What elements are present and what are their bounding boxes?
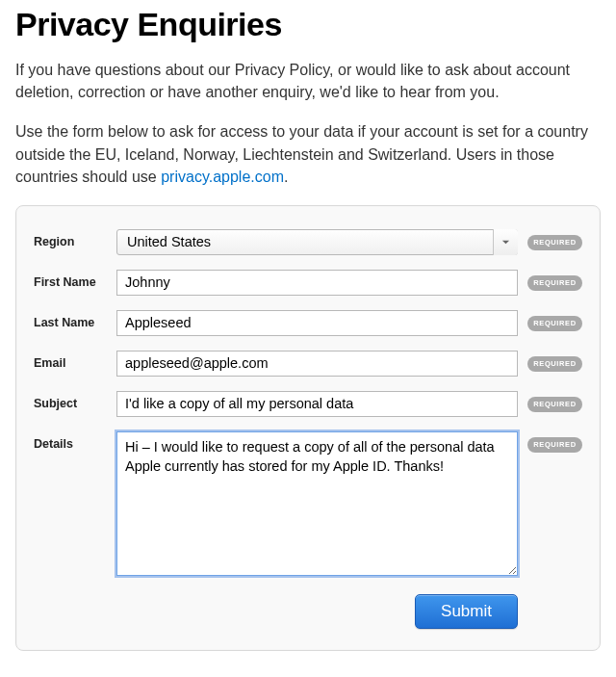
email-input[interactable] xyxy=(116,351,518,377)
page-title: Privacy Enquiries xyxy=(15,6,601,43)
first-name-label: First Name xyxy=(34,270,116,289)
last-name-label: Last Name xyxy=(34,310,116,329)
intro2-pre: Use the form below to ask for access to … xyxy=(15,123,588,184)
subject-label: Subject xyxy=(34,391,116,410)
details-label: Details xyxy=(34,431,116,451)
submit-button[interactable]: Submit xyxy=(415,594,518,629)
last-name-input[interactable] xyxy=(116,310,518,336)
email-label: Email xyxy=(34,351,116,370)
details-textarea[interactable]: Hi – I would like to request a copy of a… xyxy=(116,431,518,576)
privacy-link[interactable]: privacy.apple.com xyxy=(161,169,284,185)
first-name-input[interactable] xyxy=(116,270,518,296)
region-select[interactable]: United States xyxy=(116,229,518,255)
required-badge: REQUIRED xyxy=(527,437,582,453)
required-badge: REQUIRED xyxy=(527,275,582,291)
required-badge: REQUIRED xyxy=(527,397,582,412)
intro2-post: . xyxy=(284,169,288,185)
region-label: Region xyxy=(34,229,116,248)
subject-input[interactable] xyxy=(116,391,518,417)
intro-paragraph-1: If you have questions about our Privacy … xyxy=(15,59,601,103)
required-badge: REQUIRED xyxy=(527,235,582,250)
intro-paragraph-2: Use the form below to ask for access to … xyxy=(15,120,601,188)
enquiry-form: Region United States REQUIRED First Name… xyxy=(15,205,601,651)
required-badge: REQUIRED xyxy=(527,356,582,372)
required-badge: REQUIRED xyxy=(527,316,582,331)
